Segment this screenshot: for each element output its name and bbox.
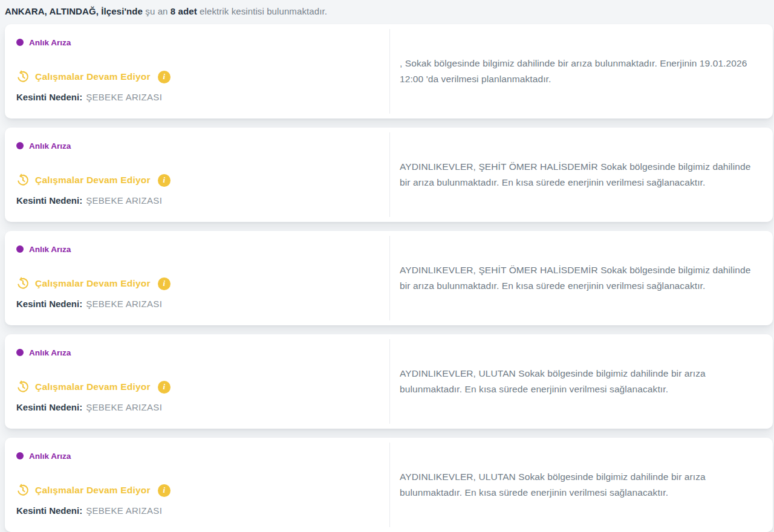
outage-card-right: AYDINLIKEVLER, ŞEHİT ÖMER HALİSDEMİR Sok… xyxy=(390,128,773,222)
reason-row: Kesinti Nedeni: ŞEBEKE ARIZASI xyxy=(16,299,390,311)
outage-card: Anlık Arıza Çalışmalar Devam Ediyor i Ke… xyxy=(5,24,773,118)
outage-card: Anlık Arıza Çalışmalar Devam Ediyor i Ke… xyxy=(5,334,773,429)
work-status-row: Çalışmalar Devam Ediyor i xyxy=(16,380,390,394)
info-icon[interactable]: i xyxy=(158,71,171,83)
outage-description: AYDINLIKEVLER, ULUTAN Sokak bölgesinde b… xyxy=(400,469,755,501)
reason-label: Kesinti Nedeni: xyxy=(16,195,82,206)
status-badge-label: Anlık Arıza xyxy=(29,348,71,357)
outage-card-left: Anlık Arıza Çalışmalar Devam Ediyor i Ke… xyxy=(5,334,390,429)
history-clock-icon xyxy=(16,174,30,187)
reason-label: Kesinti Nedeni: xyxy=(16,299,82,309)
outage-list-page: ANKARA, ALTINDAĞ, İlçesi'nde şu an 8 ade… xyxy=(0,0,774,532)
outage-description: , Sokak bölgesinde bilgimiz dahilinde bi… xyxy=(400,56,755,87)
outage-card-left: Anlık Arıza Çalışmalar Devam Ediyor i Ke… xyxy=(5,231,390,325)
work-status-label: Çalışmalar Devam Ediyor xyxy=(35,175,151,186)
history-clock-icon xyxy=(16,484,30,497)
reason-value: ŞEBEKE ARIZASI xyxy=(86,92,162,102)
header-mid-text: şu an xyxy=(145,6,167,16)
status-badge: Anlık Arıza xyxy=(16,451,390,461)
outage-card-right: AYDINLIKEVLER, ŞEHİT ÖMER HALİSDEMİR Sok… xyxy=(390,231,773,325)
purple-dot-icon xyxy=(16,39,24,46)
purple-dot-icon xyxy=(16,349,24,356)
reason-row: Kesinti Nedeni: ŞEBEKE ARIZASI xyxy=(16,92,390,104)
outage-description: AYDINLIKEVLER, ULUTAN Sokak bölgesinde b… xyxy=(400,366,755,397)
status-badge: Anlık Arıza xyxy=(16,37,390,47)
reason-value: ŞEBEKE ARIZASI xyxy=(86,299,162,309)
work-status-label: Çalışmalar Devam Ediyor xyxy=(35,485,151,496)
outage-card: Anlık Arıza Çalışmalar Devam Ediyor i Ke… xyxy=(5,438,773,532)
work-status-label: Çalışmalar Devam Ediyor xyxy=(35,71,151,82)
outage-description: AYDINLIKEVLER, ŞEHİT ÖMER HALİSDEMİR Sok… xyxy=(400,262,755,294)
header-outage-count: 8 adet xyxy=(171,6,197,16)
outage-card-right: AYDINLIKEVLER, ULUTAN Sokak bölgesinde b… xyxy=(390,334,773,429)
status-badge-label: Anlık Arıza xyxy=(29,245,71,254)
purple-dot-icon xyxy=(16,452,24,459)
outage-card-left: Anlık Arıza Çalışmalar Devam Ediyor i Ke… xyxy=(5,128,390,222)
purple-dot-icon xyxy=(16,142,24,149)
purple-dot-icon xyxy=(16,245,24,253)
header-location: ANKARA, ALTINDAĞ, İlçesi'nde xyxy=(5,6,143,16)
reason-label: Kesinti Nedeni: xyxy=(16,402,82,412)
reason-label: Kesinti Nedeni: xyxy=(16,505,82,516)
reason-value: ŞEBEKE ARIZASI xyxy=(86,195,162,206)
history-clock-icon xyxy=(16,70,30,83)
history-clock-icon xyxy=(16,380,30,394)
work-status-row: Çalışmalar Devam Ediyor i xyxy=(16,483,390,498)
status-badge-label: Anlık Arıza xyxy=(29,452,71,461)
outage-card: Anlık Arıza Çalışmalar Devam Ediyor i Ke… xyxy=(5,231,773,325)
outage-description: AYDINLIKEVLER, ŞEHİT ÖMER HALİSDEMİR Sok… xyxy=(400,159,755,190)
status-badge-label: Anlık Arıza xyxy=(29,38,71,47)
status-badge: Anlık Arıza xyxy=(16,244,390,254)
work-status-label: Çalışmalar Devam Ediyor xyxy=(35,278,151,289)
history-clock-icon xyxy=(16,277,30,290)
reason-value: ŞEBEKE ARIZASI xyxy=(86,402,162,412)
outage-summary-header: ANKARA, ALTINDAĞ, İlçesi'nde şu an 8 ade… xyxy=(0,5,774,16)
work-status-row: Çalışmalar Devam Ediyor i xyxy=(16,173,390,187)
info-icon[interactable]: i xyxy=(158,381,171,394)
header-tail-text: elektrik kesintisi bulunmaktadır. xyxy=(200,6,327,16)
status-badge: Anlık Arıza xyxy=(16,348,390,357)
outage-card-left: Anlık Arıza Çalışmalar Devam Ediyor i Ke… xyxy=(5,438,390,532)
outage-card-right: , Sokak bölgesinde bilgimiz dahilinde bi… xyxy=(390,24,773,118)
work-status-label: Çalışmalar Devam Ediyor xyxy=(35,381,151,392)
reason-row: Kesinti Nedeni: ŞEBEKE ARIZASI xyxy=(16,402,390,414)
outage-card-right: AYDINLIKEVLER, ULUTAN Sokak bölgesinde b… xyxy=(390,438,773,532)
info-icon[interactable]: i xyxy=(158,484,171,497)
work-status-row: Çalışmalar Devam Ediyor i xyxy=(16,70,390,84)
status-badge-label: Anlık Arıza xyxy=(29,141,71,151)
status-badge: Anlık Arıza xyxy=(16,141,390,151)
reason-value: ŞEBEKE ARIZASI xyxy=(86,505,162,516)
info-icon[interactable]: i xyxy=(158,277,171,290)
work-status-row: Çalışmalar Devam Ediyor i xyxy=(16,276,390,291)
reason-label: Kesinti Nedeni: xyxy=(16,92,82,102)
reason-row: Kesinti Nedeni: ŞEBEKE ARIZASI xyxy=(16,505,390,517)
reason-row: Kesinti Nedeni: ŞEBEKE ARIZASI xyxy=(16,195,390,207)
info-icon[interactable]: i xyxy=(158,174,171,187)
outage-card: Anlık Arıza Çalışmalar Devam Ediyor i Ke… xyxy=(5,128,773,222)
outage-card-left: Anlık Arıza Çalışmalar Devam Ediyor i Ke… xyxy=(5,24,390,118)
